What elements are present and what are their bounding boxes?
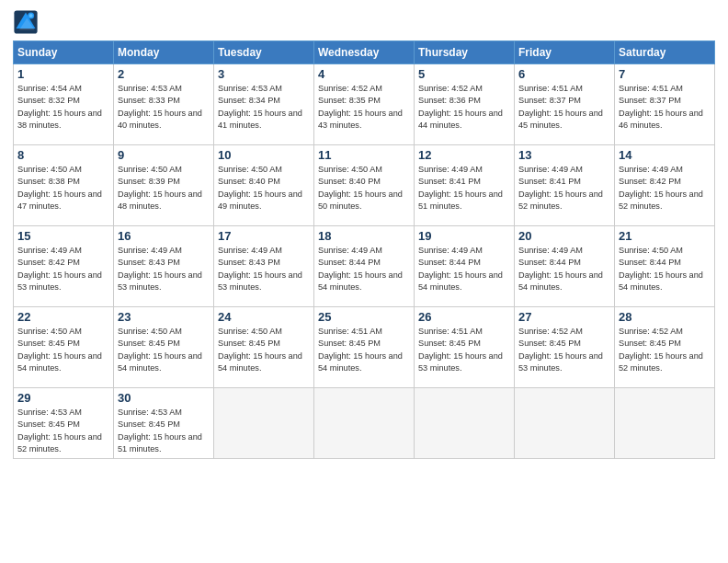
day-number: 5 <box>418 67 510 81</box>
day-info: Sunrise: 4:49 AMSunset: 8:41 PMDaylight:… <box>418 164 510 213</box>
calendar-cell: 5Sunrise: 4:52 AMSunset: 8:36 PMDaylight… <box>415 64 515 145</box>
day-number: 19 <box>418 229 510 243</box>
day-number: 28 <box>619 310 711 324</box>
weekday-header-row: SundayMondayTuesdayWednesdayThursdayFrid… <box>14 41 715 64</box>
day-info: Sunrise: 4:49 AMSunset: 8:43 PMDaylight:… <box>118 245 210 293</box>
calendar-cell: 28Sunrise: 4:52 AMSunset: 8:45 PMDayligh… <box>615 307 715 388</box>
day-info: Sunrise: 4:50 AMSunset: 8:44 PMDaylight:… <box>619 245 711 293</box>
calendar-cell: 29Sunrise: 4:53 AMSunset: 8:45 PMDayligh… <box>14 388 114 459</box>
day-info: Sunrise: 4:51 AMSunset: 8:37 PMDaylight:… <box>518 83 610 132</box>
day-number: 23 <box>118 310 210 324</box>
calendar-table: SundayMondayTuesdayWednesdayThursdayFrid… <box>13 40 715 459</box>
day-number: 12 <box>418 148 510 162</box>
main-container: SundayMondayTuesdayWednesdayThursdayFrid… <box>0 0 728 563</box>
calendar-cell: 8Sunrise: 4:50 AMSunset: 8:38 PMDaylight… <box>14 145 114 226</box>
week-row-1: 1Sunrise: 4:54 AMSunset: 8:32 PMDaylight… <box>14 64 715 145</box>
weekday-friday: Friday <box>515 41 615 64</box>
day-number: 29 <box>17 391 109 405</box>
calendar-cell: 17Sunrise: 4:49 AMSunset: 8:43 PMDayligh… <box>214 226 314 307</box>
day-number: 6 <box>518 67 610 81</box>
day-number: 8 <box>17 148 109 162</box>
day-number: 26 <box>418 310 510 324</box>
calendar-cell: 14Sunrise: 4:49 AMSunset: 8:42 PMDayligh… <box>615 145 715 226</box>
calendar-cell: 21Sunrise: 4:50 AMSunset: 8:44 PMDayligh… <box>615 226 715 307</box>
day-info: Sunrise: 4:49 AMSunset: 8:42 PMDaylight:… <box>619 164 711 213</box>
day-info: Sunrise: 4:49 AMSunset: 8:43 PMDaylight:… <box>218 245 310 293</box>
calendar-cell: 13Sunrise: 4:49 AMSunset: 8:41 PMDayligh… <box>515 145 615 226</box>
day-info: Sunrise: 4:51 AMSunset: 8:45 PMDaylight:… <box>318 326 410 374</box>
day-info: Sunrise: 4:50 AMSunset: 8:45 PMDaylight:… <box>118 326 210 374</box>
calendar-cell: 12Sunrise: 4:49 AMSunset: 8:41 PMDayligh… <box>415 145 515 226</box>
day-info: Sunrise: 4:52 AMSunset: 8:45 PMDaylight:… <box>518 326 610 374</box>
calendar-cell: 9Sunrise: 4:50 AMSunset: 8:39 PMDaylight… <box>114 145 214 226</box>
weekday-wednesday: Wednesday <box>314 41 415 64</box>
day-info: Sunrise: 4:52 AMSunset: 8:45 PMDaylight:… <box>619 326 711 374</box>
calendar-cell: 27Sunrise: 4:52 AMSunset: 8:45 PMDayligh… <box>515 307 615 388</box>
day-number: 25 <box>318 310 410 324</box>
day-number: 3 <box>218 67 310 81</box>
header <box>13 9 715 35</box>
day-number: 13 <box>518 148 610 162</box>
calendar-cell: 23Sunrise: 4:50 AMSunset: 8:45 PMDayligh… <box>114 307 214 388</box>
day-info: Sunrise: 4:51 AMSunset: 8:37 PMDaylight:… <box>619 83 711 132</box>
calendar-cell: 6Sunrise: 4:51 AMSunset: 8:37 PMDaylight… <box>515 64 615 145</box>
calendar-cell: 18Sunrise: 4:49 AMSunset: 8:44 PMDayligh… <box>314 226 415 307</box>
week-row-5: 29Sunrise: 4:53 AMSunset: 8:45 PMDayligh… <box>14 388 715 459</box>
calendar-cell: 26Sunrise: 4:51 AMSunset: 8:45 PMDayligh… <box>415 307 515 388</box>
day-info: Sunrise: 4:49 AMSunset: 8:44 PMDaylight:… <box>318 245 410 293</box>
week-row-2: 8Sunrise: 4:50 AMSunset: 8:38 PMDaylight… <box>14 145 715 226</box>
day-number: 21 <box>619 229 711 243</box>
calendar-cell: 1Sunrise: 4:54 AMSunset: 8:32 PMDaylight… <box>14 64 114 145</box>
svg-point-4 <box>29 14 33 17</box>
weekday-monday: Monday <box>114 41 214 64</box>
day-info: Sunrise: 4:54 AMSunset: 8:32 PMDaylight:… <box>17 83 109 132</box>
day-number: 17 <box>218 229 310 243</box>
day-info: Sunrise: 4:50 AMSunset: 8:40 PMDaylight:… <box>218 164 310 213</box>
calendar-cell: 16Sunrise: 4:49 AMSunset: 8:43 PMDayligh… <box>114 226 214 307</box>
calendar-cell: 3Sunrise: 4:53 AMSunset: 8:34 PMDaylight… <box>214 64 314 145</box>
calendar-cell <box>515 388 615 459</box>
day-number: 30 <box>118 391 210 405</box>
calendar-cell <box>314 388 415 459</box>
weekday-saturday: Saturday <box>615 41 715 64</box>
calendar-cell: 19Sunrise: 4:49 AMSunset: 8:44 PMDayligh… <box>415 226 515 307</box>
day-number: 16 <box>118 229 210 243</box>
day-info: Sunrise: 4:50 AMSunset: 8:39 PMDaylight:… <box>118 164 210 213</box>
calendar-cell: 15Sunrise: 4:49 AMSunset: 8:42 PMDayligh… <box>14 226 114 307</box>
day-info: Sunrise: 4:53 AMSunset: 8:45 PMDaylight:… <box>118 407 210 455</box>
day-info: Sunrise: 4:52 AMSunset: 8:36 PMDaylight:… <box>418 83 510 132</box>
calendar-cell <box>615 388 715 459</box>
calendar-cell: 24Sunrise: 4:50 AMSunset: 8:45 PMDayligh… <box>214 307 314 388</box>
day-info: Sunrise: 4:50 AMSunset: 8:45 PMDaylight:… <box>17 326 109 374</box>
calendar-cell: 25Sunrise: 4:51 AMSunset: 8:45 PMDayligh… <box>314 307 415 388</box>
day-number: 20 <box>518 229 610 243</box>
day-number: 2 <box>118 67 210 81</box>
day-info: Sunrise: 4:51 AMSunset: 8:45 PMDaylight:… <box>418 326 510 374</box>
calendar-cell <box>214 388 314 459</box>
calendar-cell: 10Sunrise: 4:50 AMSunset: 8:40 PMDayligh… <box>214 145 314 226</box>
calendar-cell: 30Sunrise: 4:53 AMSunset: 8:45 PMDayligh… <box>114 388 214 459</box>
day-number: 14 <box>619 148 711 162</box>
weekday-thursday: Thursday <box>415 41 515 64</box>
day-info: Sunrise: 4:50 AMSunset: 8:38 PMDaylight:… <box>17 164 109 213</box>
day-info: Sunrise: 4:49 AMSunset: 8:41 PMDaylight:… <box>518 164 610 213</box>
calendar-cell: 20Sunrise: 4:49 AMSunset: 8:44 PMDayligh… <box>515 226 615 307</box>
calendar-cell: 7Sunrise: 4:51 AMSunset: 8:37 PMDaylight… <box>615 64 715 145</box>
weekday-sunday: Sunday <box>14 41 114 64</box>
day-info: Sunrise: 4:53 AMSunset: 8:45 PMDaylight:… <box>17 407 109 455</box>
day-number: 7 <box>619 67 711 81</box>
day-info: Sunrise: 4:50 AMSunset: 8:40 PMDaylight:… <box>318 164 410 213</box>
day-number: 1 <box>17 67 109 81</box>
calendar-cell: 22Sunrise: 4:50 AMSunset: 8:45 PMDayligh… <box>14 307 114 388</box>
calendar-cell <box>415 388 515 459</box>
day-info: Sunrise: 4:50 AMSunset: 8:45 PMDaylight:… <box>218 326 310 374</box>
day-info: Sunrise: 4:53 AMSunset: 8:34 PMDaylight:… <box>218 83 310 132</box>
day-number: 4 <box>318 67 410 81</box>
logo-icon <box>13 9 39 35</box>
day-number: 27 <box>518 310 610 324</box>
day-number: 11 <box>318 148 410 162</box>
week-row-4: 22Sunrise: 4:50 AMSunset: 8:45 PMDayligh… <box>14 307 715 388</box>
day-info: Sunrise: 4:52 AMSunset: 8:35 PMDaylight:… <box>318 83 410 132</box>
day-info: Sunrise: 4:49 AMSunset: 8:44 PMDaylight:… <box>418 245 510 293</box>
day-number: 15 <box>17 229 109 243</box>
